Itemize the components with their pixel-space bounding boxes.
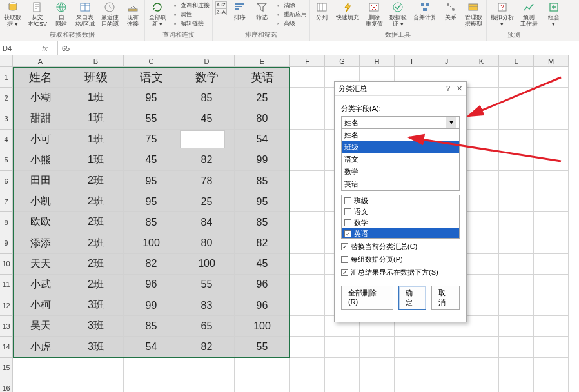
cell[interactable]: [499, 108, 534, 129]
select-all-corner[interactable]: [0, 55, 13, 67]
ribbon-button[interactable]: 从文本/CSV: [26, 1, 48, 27]
cell[interactable]: [534, 254, 569, 275]
row-header[interactable]: 7: [0, 191, 13, 212]
row-header[interactable]: 12: [0, 295, 13, 316]
cell[interactable]: 小武: [13, 275, 68, 295]
dropdown-option[interactable]: 班级: [342, 141, 459, 153]
cell[interactable]: [499, 378, 534, 392]
cell[interactable]: [290, 337, 325, 357]
cell[interactable]: [499, 295, 534, 316]
cell[interactable]: 85: [124, 212, 179, 233]
ribbon-button[interactable]: 数据验证 ▾: [388, 1, 408, 27]
cell[interactable]: 82: [179, 150, 235, 171]
cell[interactable]: [464, 233, 499, 254]
cell[interactable]: [290, 254, 325, 275]
dialog-titlebar[interactable]: 分类汇总 ? ✕: [335, 82, 466, 96]
cell[interactable]: 75: [124, 130, 179, 150]
cell[interactable]: [464, 212, 499, 233]
summary-item[interactable]: ✓英语: [342, 228, 459, 239]
cell[interactable]: 数学: [179, 67, 235, 88]
cell[interactable]: [534, 316, 569, 337]
remove-all-button[interactable]: 全部删除(R): [341, 286, 393, 310]
ribbon-button[interactable]: 管理数据模型: [464, 1, 484, 27]
cell[interactable]: [68, 378, 124, 392]
cell[interactable]: [464, 130, 499, 150]
cell[interactable]: 田田: [13, 171, 68, 191]
cell[interactable]: 95: [124, 88, 179, 108]
cell[interactable]: 2班: [68, 233, 124, 254]
column-header[interactable]: A: [13, 55, 68, 67]
fx-icon[interactable]: fx: [32, 41, 58, 55]
column-header[interactable]: C: [124, 55, 179, 67]
column-header[interactable]: K: [464, 55, 499, 67]
column-header[interactable]: M: [534, 55, 569, 67]
row-header[interactable]: 5: [0, 150, 13, 171]
row-header[interactable]: 15: [0, 358, 13, 378]
cell[interactable]: [464, 67, 499, 88]
cell[interactable]: 1班: [68, 130, 124, 150]
row-header[interactable]: 16: [0, 378, 13, 392]
cell[interactable]: 小凯: [13, 191, 68, 212]
cell[interactable]: [464, 316, 499, 337]
cell[interactable]: [179, 378, 235, 392]
help-icon[interactable]: ?: [446, 84, 450, 93]
cell[interactable]: [290, 171, 325, 191]
cell[interactable]: [534, 233, 569, 254]
column-header[interactable]: J: [429, 55, 464, 67]
cell[interactable]: 英语: [235, 67, 290, 88]
cell[interactable]: 班级: [68, 67, 124, 88]
ribbon-button[interactable]: ?模拟分析▾: [489, 1, 515, 27]
cell[interactable]: [429, 358, 464, 378]
cell[interactable]: [534, 67, 569, 88]
cell[interactable]: 99: [235, 150, 290, 171]
summary-items-list[interactable]: 班级语文数学✓英语: [341, 195, 460, 239]
ribbon-small-button[interactable]: ▫属性: [172, 10, 210, 19]
cell[interactable]: [534, 150, 569, 171]
field-combobox[interactable]: 姓名 ▼: [341, 116, 460, 129]
cell[interactable]: 1班: [68, 150, 124, 171]
cell[interactable]: [290, 130, 325, 150]
checkbox-icon[interactable]: [344, 219, 351, 226]
cell[interactable]: 83: [179, 295, 235, 316]
cell[interactable]: [395, 378, 429, 392]
cell[interactable]: 95: [124, 191, 179, 212]
cell[interactable]: [395, 337, 429, 357]
formula-input[interactable]: 65: [58, 44, 74, 52]
cell[interactable]: 小熊: [13, 150, 68, 171]
row-header[interactable]: 8: [0, 212, 13, 233]
dropdown-option[interactable]: 数学: [342, 166, 459, 178]
cell[interactable]: [499, 191, 534, 212]
name-box[interactable]: D4: [0, 41, 32, 55]
cell[interactable]: [499, 130, 534, 150]
cell[interactable]: [290, 150, 325, 171]
cell[interactable]: 82: [179, 337, 235, 357]
group-button[interactable]: 组合▾: [545, 1, 563, 27]
cell[interactable]: [534, 191, 569, 212]
row-header[interactable]: 13: [0, 316, 13, 337]
cell[interactable]: [464, 171, 499, 191]
cell[interactable]: 甜甜: [13, 108, 68, 129]
cell[interactable]: [290, 67, 325, 88]
field-dropdown-list[interactable]: 姓名班级语文数学英语: [341, 129, 460, 191]
cell[interactable]: [124, 378, 179, 392]
cell[interactable]: 25: [235, 88, 290, 108]
sort-button[interactable]: 排序: [231, 1, 249, 28]
cell[interactable]: [499, 88, 534, 108]
ribbon-small-button[interactable]: ▫高级: [275, 19, 307, 28]
checkbox-icon[interactable]: [341, 256, 348, 263]
column-header[interactable]: L: [499, 55, 534, 67]
sort-az-icon[interactable]: A↓Z: [215, 1, 227, 8]
cell[interactable]: 95: [235, 191, 290, 212]
dropdown-option[interactable]: 英语: [342, 178, 459, 190]
cell[interactable]: 语文: [124, 67, 179, 88]
row-header[interactable]: 3: [0, 108, 13, 129]
checkbox-icon[interactable]: [344, 208, 351, 215]
ribbon-button[interactable]: 来自表格/区域: [74, 1, 96, 27]
ribbon-button[interactable]: 现有连接: [124, 1, 142, 27]
ribbon-small-button[interactable]: ▫重新应用: [275, 10, 307, 19]
cell[interactable]: 1班: [68, 88, 124, 108]
cell[interactable]: [464, 337, 499, 357]
summary-item[interactable]: 班级: [342, 195, 459, 206]
cell[interactable]: [124, 358, 179, 378]
cell[interactable]: [290, 233, 325, 254]
